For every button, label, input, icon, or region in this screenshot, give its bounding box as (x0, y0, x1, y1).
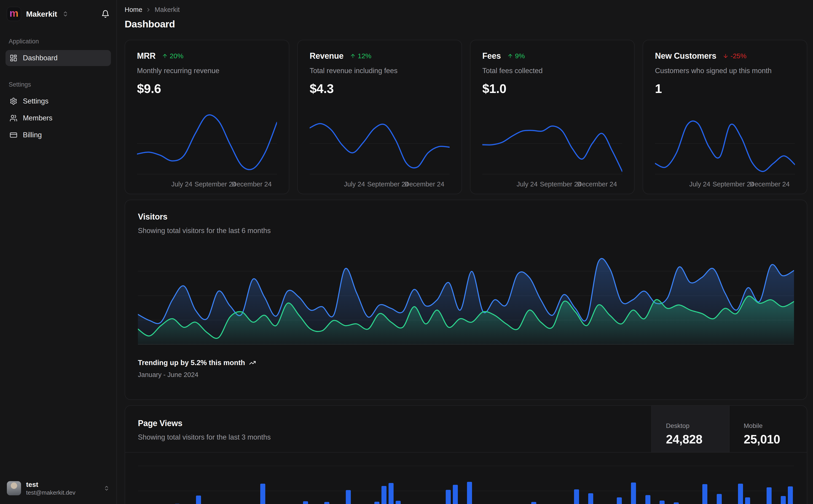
logo-letter: m (9, 8, 18, 18)
stat-value: $1.0 (482, 81, 622, 96)
visitors-title: Visitors (138, 212, 794, 222)
x-axis-labels: July 24 September 24 December 24 (310, 178, 450, 190)
stat-description: Customers who signed up this month (655, 67, 795, 75)
sidebar-item-label: Settings (23, 97, 48, 105)
stat-card-mrr: MRR 20% Monthly recurring revenue $9.6 J… (125, 40, 289, 194)
sidebar-section-settings: Settings (5, 81, 111, 88)
sidebar-item-label: Members (23, 114, 52, 122)
breadcrumb-current: Makerkit (154, 6, 180, 13)
sidebar: m Makerkit Application Dashboard Setting… (0, 0, 117, 504)
sidebar-item-settings[interactable]: Settings (5, 93, 111, 109)
user-email: test@makerkit.dev (26, 489, 75, 496)
breadcrumb: Home Makerkit (125, 6, 807, 13)
tab-mobile[interactable]: Mobile 25,010 (729, 406, 807, 452)
x-axis-labels: July 24 September 24 December 24 (137, 178, 277, 190)
bar (745, 497, 750, 504)
arrow-up-icon (350, 53, 356, 59)
bar (374, 502, 379, 504)
sidebar-item-label: Billing (23, 131, 42, 139)
page-views-header: Page Views Showing total visitors for th… (125, 406, 807, 453)
bar (717, 494, 722, 504)
fees-sparkline-chart (482, 110, 622, 177)
bar (646, 495, 651, 504)
bar (674, 502, 679, 504)
bar (767, 487, 772, 504)
page-views-card: Page Views Showing total visitors for th… (125, 405, 807, 504)
gear-icon (10, 97, 17, 105)
workspace-name: Makerkit (26, 10, 57, 19)
bar (574, 489, 579, 504)
bar (196, 496, 201, 504)
tab-desktop[interactable]: Desktop 24,828 (651, 406, 729, 452)
bar (781, 496, 786, 504)
stat-card-new-customers: New Customers -25% Customers who signed … (643, 40, 807, 194)
avatar (7, 481, 21, 495)
stat-change-badge: 20% (162, 52, 183, 60)
breadcrumb-home[interactable]: Home (125, 6, 142, 13)
visitors-subtitle: Showing total visitors for the last 6 mo… (138, 227, 794, 235)
bar (260, 484, 265, 504)
user-name: test (26, 480, 75, 489)
stat-cards-row: MRR 20% Monthly recurring revenue $9.6 J… (125, 40, 807, 194)
visitors-trend: Trending up by 5.2% this month (138, 359, 794, 367)
page-views-bar-chart (138, 459, 794, 504)
visitors-date-range: January - June 2024 (138, 371, 794, 379)
bar (660, 501, 665, 504)
sidebar-item-members[interactable]: Members (5, 110, 111, 126)
bar (702, 484, 707, 504)
bar (453, 485, 458, 504)
trending-up-icon (249, 359, 256, 366)
stat-title: Fees (482, 51, 501, 61)
revenue-sparkline-chart (310, 110, 450, 177)
stat-value: 1 (655, 81, 795, 96)
bar (738, 484, 743, 504)
mrr-sparkline-chart (137, 110, 277, 177)
user-info: test test@makerkit.dev (26, 480, 75, 496)
layout-dashboard-icon (10, 54, 17, 62)
page-title: Dashboard (125, 19, 807, 30)
stat-change-badge: 12% (350, 52, 371, 60)
stat-description: Total fees collected (482, 67, 622, 75)
stat-title: New Customers (655, 51, 716, 61)
sidebar-header: m Makerkit (5, 7, 111, 21)
x-axis-labels: July 24 September 24 December 24 (482, 178, 622, 190)
visitors-area-chart (138, 247, 794, 345)
arrow-up-icon (507, 53, 513, 59)
sidebar-item-label: Dashboard (23, 54, 58, 62)
bar (446, 490, 451, 504)
x-axis-labels: July 24 September 24 December 24 (655, 178, 795, 190)
bar (467, 482, 472, 504)
new-customers-sparkline-chart (655, 110, 795, 177)
page-views-tabs: Desktop 24,828 Mobile 25,010 (651, 406, 807, 452)
stat-title: MRR (137, 51, 155, 61)
chevrons-up-down-icon (62, 11, 69, 17)
arrow-down-icon (723, 53, 729, 59)
credit-card-icon (10, 131, 17, 139)
sidebar-item-dashboard[interactable]: Dashboard (5, 50, 111, 66)
bar (531, 502, 536, 504)
notifications-button[interactable] (101, 10, 109, 18)
users-icon (10, 114, 17, 122)
makerkit-logo: m (7, 7, 21, 21)
bar (588, 493, 593, 504)
workspace-switcher[interactable]: m Makerkit (7, 7, 69, 21)
stat-card-fees: Fees 9% Total fees collected $1.0 July 2… (470, 40, 635, 194)
bar (381, 486, 387, 504)
stat-value: $4.3 (310, 81, 450, 96)
stat-description: Total revenue including fees (310, 67, 450, 75)
sidebar-item-billing[interactable]: Billing (5, 127, 111, 143)
bar (324, 502, 329, 504)
bell-icon (101, 10, 109, 18)
main-content: Home Makerkit Dashboard MRR 20% Monthly … (117, 0, 813, 504)
bar (631, 483, 636, 504)
stat-change-badge: -25% (723, 52, 747, 60)
page-views-title: Page Views (138, 419, 271, 428)
stat-change-badge: 9% (507, 52, 525, 60)
application-nav: Dashboard (5, 50, 111, 66)
arrow-up-icon (162, 53, 168, 59)
user-menu[interactable]: test test@makerkit.dev (5, 478, 111, 498)
visitors-card: Visitors Showing total visitors for the … (125, 200, 807, 400)
bar (346, 490, 351, 504)
sidebar-section-application: Application (5, 38, 111, 45)
bar (788, 486, 793, 504)
